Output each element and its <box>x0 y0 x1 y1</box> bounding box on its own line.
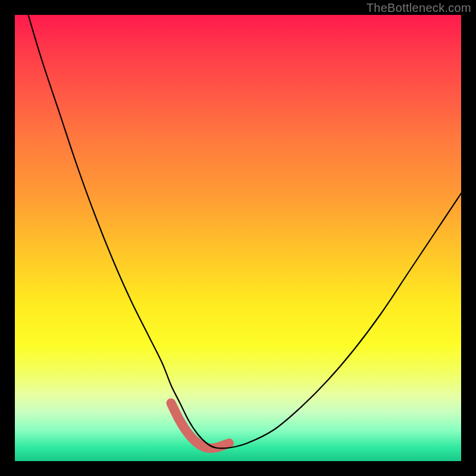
plot-area <box>15 15 461 461</box>
curve-layer <box>15 15 461 461</box>
watermark-text: TheBottleneck.com <box>367 1 471 15</box>
bottleneck-curve <box>29 15 462 449</box>
highlight-min-curve <box>171 403 230 449</box>
chart-frame: TheBottleneck.com <box>0 0 476 476</box>
